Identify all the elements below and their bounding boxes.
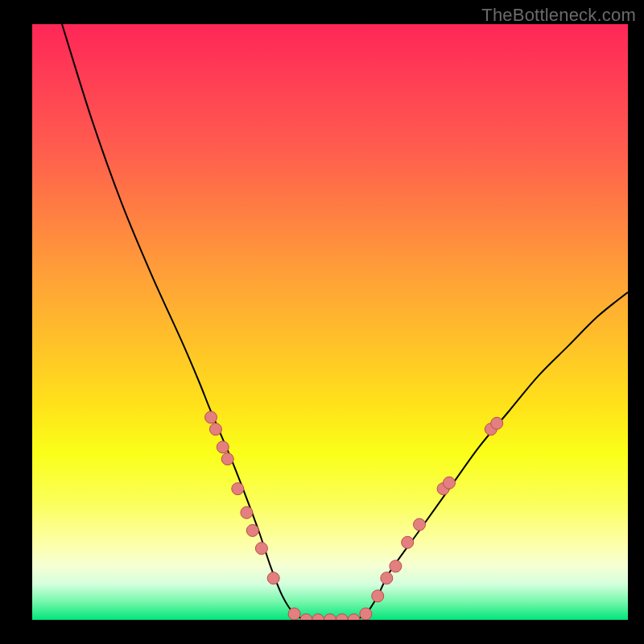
- curve-marker: [336, 614, 348, 621]
- curve-marker: [241, 506, 253, 518]
- curve-markers: [205, 411, 503, 620]
- curve-marker: [221, 453, 233, 465]
- curve-marker: [209, 423, 221, 436]
- bottleneck-curve: [62, 24, 628, 620]
- plot-area: [32, 24, 628, 620]
- chart-overlay: [32, 24, 628, 620]
- curve-marker: [232, 483, 244, 495]
- curve-marker: [372, 590, 384, 602]
- curve-marker: [312, 614, 324, 621]
- curve-marker: [205, 411, 217, 423]
- curve-marker: [217, 441, 229, 453]
- curve-marker: [267, 572, 279, 584]
- curve-marker: [360, 608, 372, 620]
- chart-frame: TheBottleneck.com: [0, 0, 644, 644]
- curve-marker: [255, 543, 267, 555]
- curve-marker: [246, 525, 258, 537]
- curve-marker: [381, 572, 393, 584]
- curve-marker: [390, 560, 402, 572]
- curve-marker: [300, 614, 312, 621]
- curve-marker: [324, 614, 336, 621]
- curve-marker: [414, 518, 426, 530]
- curve-marker: [491, 417, 503, 429]
- curve-marker: [402, 536, 414, 548]
- curve-marker: [288, 608, 300, 620]
- curve-marker: [444, 477, 456, 489]
- curve-marker: [348, 614, 360, 621]
- watermark-label: TheBottleneck.com: [481, 5, 636, 26]
